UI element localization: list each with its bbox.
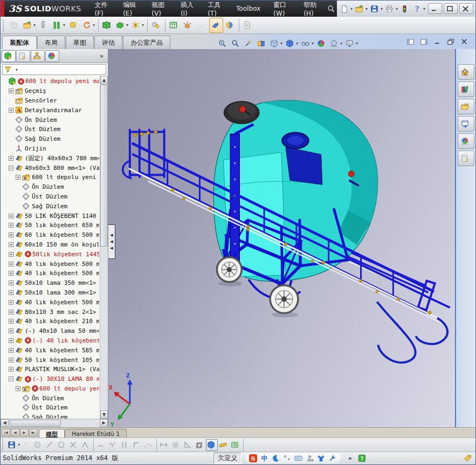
tree-filter[interactable]: ▾ — [2, 64, 106, 75]
tree-item[interactable]: +PLASTIK MUSLUK<1> (Varsa — [1, 365, 99, 374]
maximize-button[interactable] — [444, 3, 458, 14]
tree-item[interactable]: 600 lt depolu yeni makin — [1, 77, 99, 86]
expand-toggle[interactable]: + — [9, 290, 13, 295]
display-style-button[interactable]: ▾ — [285, 39, 299, 48]
soft-keyboard-tray-button[interactable] — [294, 454, 303, 463]
doc-tab-模型[interactable]: 模型 — [39, 429, 65, 437]
print-button[interactable]: ▾ — [384, 4, 399, 14]
expand-toggle[interactable]: + — [9, 271, 13, 276]
tree-item[interactable]: Ön Düzlem — [1, 393, 99, 403]
open-button[interactable]: ▾ — [354, 4, 369, 14]
dock-right-button[interactable] — [419, 37, 431, 47]
hscroll-thumb[interactable] — [10, 420, 61, 427]
home-button[interactable] — [458, 64, 474, 80]
shaded-cube-button[interactable] — [206, 439, 218, 451]
chevron-down-icon[interactable]: ▾ — [18, 442, 20, 447]
smart-fasteners-button[interactable] — [67, 18, 81, 33]
panel-tabs-overflow[interactable]: » — [100, 52, 107, 60]
parallel-button[interactable] — [119, 439, 131, 451]
tree-item[interactable]: +600 lt depolu yeni m — [1, 173, 99, 182]
edit-appearance-button[interactable] — [316, 39, 328, 48]
expand-toggle[interactable]: + — [9, 300, 13, 305]
chevron-down-icon[interactable]: ▾ — [423, 6, 425, 11]
help-badge-tray-button[interactable]: ? — [358, 454, 367, 463]
design-library-button[interactable] — [458, 81, 474, 97]
dock-left-button[interactable] — [405, 37, 417, 47]
tab-办公室产品[interactable]: 办公室产品 — [123, 36, 170, 49]
spec-doc-button[interactable] — [241, 18, 255, 33]
arc-button[interactable] — [95, 439, 107, 451]
person-tray-button[interactable]: s — [306, 454, 315, 463]
tab-草图[interactable]: 草图 — [66, 36, 94, 49]
expand-toggle[interactable]: + — [9, 281, 13, 285]
expand-toggle[interactable]: + — [9, 358, 13, 363]
zoom-fit-button[interactable] — [217, 39, 229, 48]
expand-toggle[interactable]: + — [16, 386, 20, 391]
expand-toggle[interactable]: + — [9, 262, 13, 266]
tree-vertical-scrollbar[interactable]: ▲ ▼ — [100, 76, 108, 419]
chevron-down-icon[interactable]: ▾ — [63, 23, 65, 28]
expand-toggle[interactable]: + — [9, 310, 13, 314]
line-button[interactable] — [44, 439, 56, 451]
tree-item[interactable]: +80x110 3 mm sac 2<1> (V — [1, 307, 99, 317]
expand-toggle[interactable]: + — [9, 338, 13, 343]
chevron-down-icon[interactable]: ▾ — [296, 41, 298, 46]
point-button[interactable]: · — [20, 439, 32, 451]
tab-装配体[interactable]: 装配体 — [2, 36, 37, 49]
polygon-button[interactable] — [56, 439, 68, 451]
options-button[interactable] — [399, 4, 411, 14]
rotate-component-button[interactable]: ▾ — [81, 18, 96, 33]
expand-toggle[interactable]: + — [16, 175, 20, 180]
tree-item[interactable]: +50x10 lama 300 mm<1> (V — [1, 288, 99, 298]
explode-line-button[interactable] — [195, 18, 209, 33]
doc-restore-button[interactable] — [446, 37, 458, 47]
expand-toggle[interactable]: + — [9, 329, 13, 333]
chevron-down-icon[interactable]: ▾ — [93, 23, 95, 28]
interference-detection-button[interactable] — [209, 18, 223, 33]
hatch-button[interactable] — [170, 439, 182, 451]
reference-geometry-button[interactable]: ▾ — [130, 18, 146, 33]
skin-tray-button[interactable] — [317, 454, 326, 463]
tree-item[interactable]: +50 lık köşebent 105 mm<1 — [1, 355, 99, 365]
chevron-down-icon[interactable]: ▾ — [33, 23, 36, 28]
doc-minimize-button[interactable] — [432, 37, 444, 47]
property-manager-tab[interactable] — [16, 50, 30, 62]
zoom-area-button[interactable] — [230, 39, 242, 48]
valve-red[interactable] — [348, 171, 354, 177]
wrench-tray-button[interactable] — [328, 454, 337, 463]
moon-tray-button[interactable] — [272, 454, 281, 463]
expand-toggle[interactable]: + — [9, 319, 13, 324]
tree-item[interactable]: +Geçmiş — [1, 86, 99, 96]
tab-nav-button[interactable]: |◀ — [2, 429, 10, 436]
sogou-tray-button[interactable]: S — [249, 454, 258, 463]
tree-item[interactable]: +ADetaylandırmalar — [1, 105, 99, 115]
expand-toggle[interactable]: + — [9, 232, 13, 237]
chevron-down-icon[interactable]: ▾ — [280, 41, 282, 46]
open-part-button[interactable]: ▾ — [22, 18, 37, 33]
show-hidden-button[interactable] — [100, 18, 114, 33]
display-manager-tab[interactable] — [45, 50, 59, 62]
toolbar-grip[interactable] — [3, 19, 5, 31]
tree-item[interactable]: Sağ Düzlem — [1, 201, 99, 211]
apply-scene-button[interactable]: ▾ — [329, 39, 343, 48]
search-button[interactable] — [327, 5, 337, 13]
custom-properties-button[interactable] — [458, 151, 474, 166]
expand-toggle[interactable]: + — [9, 108, 13, 113]
tab-评估[interactable]: 评估 — [94, 36, 122, 49]
close-button[interactable] — [459, 3, 473, 14]
tank-lid[interactable] — [224, 101, 259, 124]
tree-item[interactable]: +60 lik köşebent 500 mm<1 — [1, 230, 99, 240]
mate-button[interactable] — [37, 18, 51, 33]
tree-item[interactable]: +40 lık köşebent 500 mm 2 — [1, 297, 99, 307]
motion-study-button[interactable] — [149, 18, 163, 33]
doc-tab-Hareket Etüdü 1[interactable]: Hareket Etüdü 1 — [65, 429, 127, 437]
assembly-xpert-button[interactable] — [223, 18, 237, 33]
tree-item[interactable]: +(固定) 40x60x3 780 mm<1 — [1, 153, 99, 163]
file-explorer-button[interactable] — [458, 99, 474, 114]
tree-item[interactable]: +50x10 lama 350 mm<1> (V — [1, 278, 99, 288]
punct-tray-button[interactable]: °, — [283, 454, 292, 463]
insert-component-button[interactable] — [8, 18, 22, 33]
tree-item[interactable]: +600 lt depolu yen — [1, 384, 99, 394]
tree-item[interactable]: +(-) 40 lık köşebent 80 — [1, 336, 99, 346]
new-doc-button[interactable]: ▾ — [339, 4, 354, 14]
